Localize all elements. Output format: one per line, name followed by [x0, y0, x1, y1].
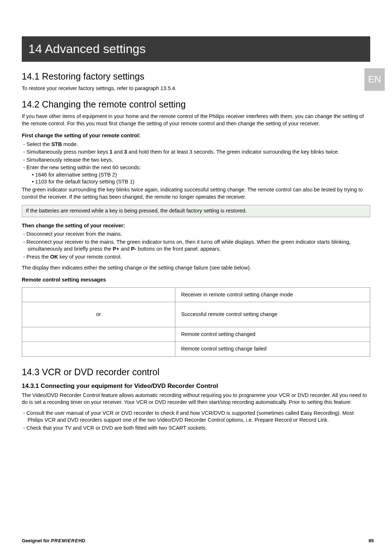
key-3: 3: [124, 149, 127, 155]
table-cell: Receiver in remote control setting chang…: [175, 287, 370, 302]
text-run: Press the: [26, 254, 50, 260]
list-item: Enter the new setting within the next 60…: [22, 164, 370, 186]
then-change-heading: Then change the setting of your receiver…: [22, 222, 370, 230]
ok-label: OK: [50, 254, 58, 260]
table-cell: Remote control setting change failed: [175, 342, 370, 357]
table-cell: Remote control setting changed: [175, 327, 370, 342]
p-plus-label: P+: [113, 246, 119, 252]
text-run: and: [113, 149, 124, 155]
page-footer: Geeignet für PREMIEREHD 85: [22, 538, 374, 544]
list-item: Consult the user manual of your VCR or D…: [22, 410, 370, 424]
table-row: Remote control setting change failed: [22, 342, 370, 357]
list-item: Disconnect your receiver from the mains.: [22, 231, 370, 238]
table-row: or Successful remote control setting cha…: [22, 302, 370, 327]
first-change-heading: First change the setting of your remote …: [22, 132, 370, 139]
text-run: buttons on the front panel. appears.: [136, 246, 221, 252]
chapter-title-bar: 14 Advanced settings: [22, 36, 370, 62]
table-row: Receiver in remote control setting chang…: [22, 287, 370, 302]
list-item: Check that your TV and VCR or DVD are bo…: [22, 425, 370, 432]
list-item: 1646 for alternative setting (STB 2): [36, 171, 370, 179]
text-run: and hold them for at least 3 seconds. Th…: [127, 149, 339, 155]
first-change-list: Select the STB mode. Simultaneously pres…: [22, 141, 370, 186]
table-cell: [22, 287, 175, 302]
table-cell: [22, 342, 175, 357]
note-box: If the batteries are removed while a key…: [22, 205, 370, 217]
text-run: and: [119, 246, 131, 252]
first-change-outro: The green indicator surrounding the key …: [22, 186, 370, 200]
stb-label: STB: [51, 141, 62, 147]
messages-heading: Remote control setting messages: [22, 276, 370, 284]
section-14-3-1-list: Consult the user manual of your VCR or D…: [22, 410, 370, 432]
text-run: Simultaneously press number keys: [26, 149, 110, 155]
then-change-outro: The display then indicates either the se…: [22, 264, 370, 272]
table-cell: [22, 327, 175, 342]
section-14-2-title: 14.2 Changing the remote control setting: [22, 98, 370, 111]
then-change-list: Disconnect your receiver from the mains.…: [22, 231, 370, 260]
table-cell: or: [22, 302, 175, 327]
text-run: Enter the new setting within the next 60…: [26, 165, 141, 170]
footer-brand: PREMIERE: [51, 538, 78, 543]
list-item: Simultaneously press number keys 1 and 3…: [22, 149, 370, 156]
key-1: 1: [110, 149, 113, 155]
section-14-3-1-title: 14.3.1 Connecting your equipment for Vid…: [22, 382, 370, 390]
list-item: Simultaneously release the two keys.: [22, 157, 370, 164]
p-minus-label: P-: [131, 246, 136, 252]
footer-left: Geeignet für PREMIEREHD: [22, 538, 85, 544]
list-item: Select the STB mode.: [22, 141, 370, 148]
list-item: Reconnect your receiver to the mains. Th…: [22, 239, 370, 253]
language-tab: EN: [364, 68, 385, 91]
table-cell: Successful remote control setting change: [175, 302, 370, 327]
text-run: mode.: [62, 141, 78, 147]
text-run: key of your remote control.: [58, 254, 122, 260]
section-14-2-intro: If you have other items of equipment in …: [22, 113, 370, 127]
list-item: 1103 for the default factory setting (ST…: [36, 178, 370, 186]
section-14-3-title: 14.3 VCR or DVD recorder control: [22, 366, 370, 378]
text-run: Select the: [26, 141, 52, 147]
messages-table: Receiver in remote control setting chang…: [22, 287, 370, 357]
section-14-1-text: To restore your receiver factory setting…: [22, 85, 370, 92]
table-row: Remote control setting changed: [22, 327, 370, 342]
page-number: 85: [369, 538, 374, 544]
footer-hd: HD: [78, 538, 85, 543]
footer-text: Geeignet für: [22, 538, 51, 543]
section-14-3-1-intro: The Video/DVD Recorder Control feature a…: [22, 392, 370, 406]
list-item: Press the OK key of your remote control.: [22, 254, 370, 261]
section-14-1-title: 14.1 Restoring factory settings: [22, 70, 370, 83]
